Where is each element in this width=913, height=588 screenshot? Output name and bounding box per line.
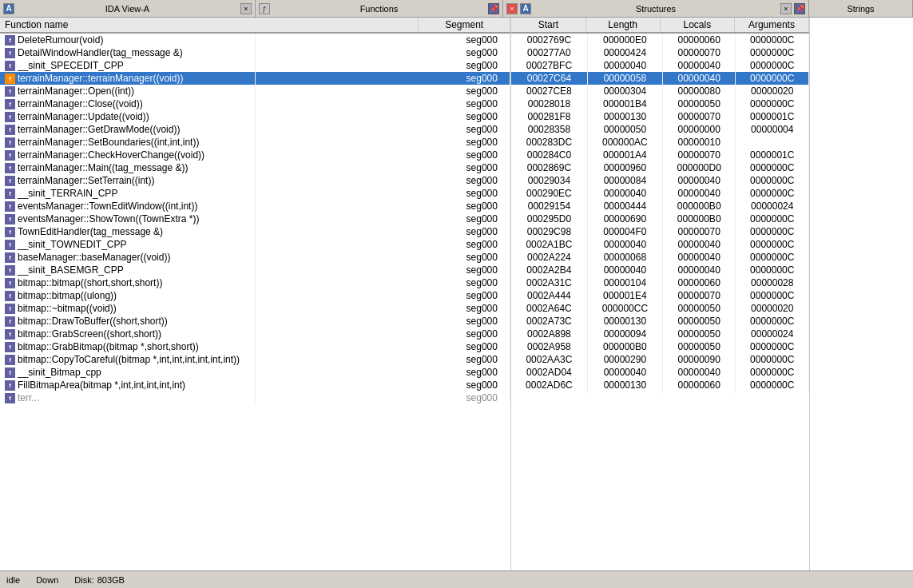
table-row[interactable]: 000283DC000000AC00000010 [511, 136, 809, 149]
func-segment: seg000 [455, 353, 510, 366]
func-icon: f [5, 214, 15, 224]
structures-x[interactable]: × [780, 3, 792, 14]
table-row[interactable]: 0002A31C000001040000006000000028 [511, 276, 809, 289]
table-row[interactable]: 0002869C00000960000000D00000000C [511, 161, 809, 174]
table-row[interactable]: fterrainManager::SetBoundaries((int,int,… [0, 136, 510, 149]
func-length: 000000AC [587, 136, 662, 149]
func-name: terrainManager::Main((tag_message &)) [18, 162, 188, 173]
table-row[interactable] [511, 391, 809, 393]
structures-scroll[interactable]: 0002769C000000E0000000600000000C000277A0… [511, 34, 809, 570]
strings-titlebar: Strings [809, 0, 913, 18]
table-row[interactable]: fbitmap::GrabScreen((short,short))seg000 [0, 328, 510, 340]
table-row[interactable]: 0002903400000084000000400000000C [511, 174, 809, 187]
func-name: bitmap::GrabScreen((short,short)) [18, 328, 161, 340]
table-row[interactable]: fterrainManager::Main((tag_message &))se… [0, 161, 510, 174]
table-row[interactable]: 00028018000001B4000000500000000C [511, 97, 809, 110]
table-row[interactable]: f__sinit_BASEMGR_CPPseg000 [0, 264, 510, 276]
table-row[interactable]: 0002A958000000B0000000500000000C [511, 340, 809, 353]
table-row[interactable]: 0002A1BC00000040000000400000000C [511, 238, 809, 251]
table-row[interactable]: 000290EC00000040000000400000000C [511, 187, 809, 200]
table-row[interactable]: 00027C6400000058000000400000000C [511, 72, 809, 85]
table-row[interactable]: fbitmap::DrawToBuffer((short,short))seg0… [0, 315, 510, 328]
table-row[interactable]: f__sinit_TERRAIN_CPPseg000 [0, 187, 510, 200]
table-row[interactable]: 0002915400000444000000B000000024 [511, 200, 809, 213]
table-row[interactable]: f__sinit_TOWNEDIT_CPPseg000 [0, 238, 510, 251]
table-row[interactable]: fTownEditHandler(tag_message &)seg000 [0, 225, 510, 238]
table-row[interactable]: fDeleteRumour(void)seg000 [0, 34, 510, 46]
func-icon: f [5, 189, 15, 199]
table-row[interactable]: 0002A2B400000040000000400000000C [511, 264, 809, 276]
func-length: 00000040 [587, 238, 662, 251]
table-row[interactable]: fterrainManager::Update((void))seg000 [0, 110, 510, 123]
table-row[interactable]: fbitmap::~bitmap((void))seg000 [0, 302, 510, 315]
table-row[interactable]: fterrainManager::Open((int))seg000 [0, 85, 510, 97]
table-row[interactable]: f__sinit_Bitmap_cppseg000 [0, 366, 510, 379]
functions-scroll[interactable]: fDeleteRumour(void)seg000fDetailWindowHa… [0, 34, 510, 570]
table-row[interactable]: 00028358000000500000000000000004 [511, 123, 809, 136]
table-row[interactable]: 000277A000000424000000700000000C [511, 46, 809, 59]
table-row[interactable]: 0002A444000001E4000000700000000C [511, 289, 809, 302]
func-length: 00000040 [587, 366, 662, 379]
table-row[interactable]: feventsManager::ShowTown((TownExtra *))s… [0, 213, 510, 225]
main-window: A IDA View-A × ƒ Functions 📌 × A Structu… [0, 0, 913, 588]
table-row[interactable]: 000281F800000130000000700000001C [511, 110, 809, 123]
func-args: 0000000C [736, 59, 809, 72]
table-row[interactable]: fFillBitmapArea(bitmap *,int,int,int,int… [0, 379, 510, 391]
func-locals: 00000080 [662, 85, 736, 97]
func-args: 0000000C [736, 161, 809, 174]
table-row[interactable]: fbitmap::bitmap((short,short,short))seg0… [0, 276, 510, 289]
table-row[interactable]: 0002A64C000000CC0000005000000020 [511, 302, 809, 315]
table-row[interactable]: 00027BFC00000040000000400000000C [511, 59, 809, 72]
table-row[interactable]: fbitmap::bitmap((ulong))seg000 [0, 289, 510, 302]
func-segment: seg000 [455, 225, 510, 238]
status-disk: Disk: 803GB [74, 575, 125, 585]
table-row[interactable]: 0002A898000000940000005000000024 [511, 328, 809, 340]
table-row[interactable]: 0002769C000000E0000000600000000C [511, 34, 809, 46]
table-row[interactable]: fbaseManager::baseManager((void))seg000 [0, 251, 510, 264]
func-start: 000290EC [511, 187, 587, 200]
table-row[interactable]: 00029C98000004F0000000700000000C [511, 225, 809, 238]
table-row[interactable]: fterrainManager::GetDrawMode((void))seg0… [0, 123, 510, 136]
functions-pin[interactable]: 📌 [488, 3, 499, 14]
table-row[interactable]: 000284C0000001A4000000700000001C [511, 149, 809, 161]
ida-view-icon: A [3, 3, 14, 14]
functions-table: Function name Segment [0, 18, 510, 34]
ida-view-close[interactable]: × [240, 3, 252, 14]
table-row[interactable]: fbitmap::GrabBitmap((bitmap *,short,shor… [0, 340, 510, 353]
table-row[interactable]: fterrainManager::terrainManager((void))s… [0, 72, 510, 85]
table-row[interactable]: fterrainManager::Close((void))seg000 [0, 97, 510, 110]
func-locals: 000000D0 [662, 161, 736, 174]
table-row[interactable]: 0002AA3C00000290000000900000000C [511, 353, 809, 366]
func-args: 0000000C [736, 97, 809, 110]
table-row[interactable]: fbitmap::CopyToCareful((bitmap *,int,int… [0, 353, 510, 366]
table-row[interactable]: 0002AD6C00000130000000600000000C [511, 379, 809, 391]
func-length: 00000960 [587, 161, 662, 174]
func-icon: f [5, 112, 15, 122]
table-row[interactable]: 0002AD0400000040000000400000000C [511, 366, 809, 379]
table-row[interactable]: 0002A22400000068000000400000000C [511, 251, 809, 264]
func-name: bitmap::bitmap((ulong)) [18, 290, 117, 301]
structures-close[interactable]: × [506, 3, 518, 14]
table-row[interactable]: 000295D000000690000000B00000000C [511, 213, 809, 225]
table-row[interactable]: 0002A73C00000130000000500000000C [511, 315, 809, 328]
func-length: 00000068 [587, 251, 662, 264]
table-row[interactable]: fterrainManager::CheckHoverChange((void)… [0, 149, 510, 161]
table-row[interactable]: 00027CE8000003040000008000000020 [511, 85, 809, 97]
ida-view-title: IDA View-A [17, 4, 238, 14]
table-row[interactable]: fterrainManager::SetTerrain((int))seg000 [0, 174, 510, 187]
table-row[interactable]: fDetailWindowHandler(tag_message &)seg00… [0, 46, 510, 59]
func-icon: f [5, 137, 15, 148]
func-name: terrainManager::SetBoundaries((int,int,i… [18, 137, 199, 148]
func-icon: f [5, 86, 15, 97]
func-name: __sinit_BASEMGR_CPP [18, 264, 124, 276]
table-row[interactable]: feventsManager::TownEditWindow((int,int)… [0, 200, 510, 213]
func-icon: f [5, 368, 15, 378]
func-start: 00029154 [511, 200, 587, 213]
func-locals: 00000040 [662, 174, 736, 187]
structures-pin[interactable]: 📌 [794, 3, 805, 14]
func-args: 0000000C [736, 264, 809, 276]
func-start: 0002AD6C [511, 379, 587, 391]
func-locals: 000000B0 [662, 213, 736, 225]
table-row[interactable]: f__sinit_SPECEDIT_CPPseg000 [0, 59, 510, 72]
table-row[interactable]: fterr...seg000 [0, 391, 510, 404]
